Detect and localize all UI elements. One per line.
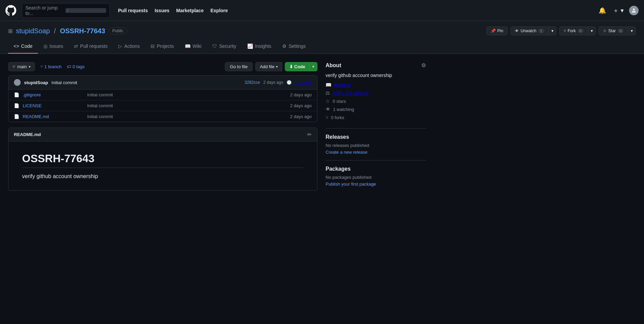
search-input[interactable]: Search or jump to... /	[22, 3, 110, 18]
avatar[interactable]	[629, 6, 639, 15]
history-icon: 🕐	[287, 80, 292, 85]
about-header: About ⚙	[326, 62, 426, 69]
file-icon: 📄	[14, 92, 19, 97]
branch-count-icon: ⑂	[40, 64, 43, 69]
file-icon: 📄	[14, 103, 19, 108]
topbar: Search or jump to... / Pull requests Iss…	[0, 0, 644, 21]
pin-icon: 📌	[491, 28, 496, 33]
commit-meta: 3292cce 2 days ago 🕐 1 commit	[245, 80, 312, 85]
topbar-right: 🔔 ＋ ▾	[597, 5, 639, 16]
branch-icon: ⑂	[13, 64, 15, 69]
tab-security[interactable]: 🛡 Security	[207, 39, 242, 54]
create-new-icon[interactable]: ＋ ▾	[611, 5, 625, 16]
readme-body: OSSRH-77643 verify github account owners…	[8, 141, 317, 190]
tab-projects[interactable]: ⊟ Projects	[145, 39, 179, 54]
tab-insights[interactable]: 📈 Insights	[242, 39, 277, 54]
sidebar: About ⚙ verify github account ownership …	[326, 62, 426, 191]
go-to-file-button[interactable]: Go to file	[225, 62, 253, 71]
eye-icon: 👁	[515, 28, 519, 33]
divider-2	[326, 160, 426, 160]
nav-marketplace[interactable]: Marketplace	[176, 8, 204, 13]
stars-meta-item: ☆ 0 stars	[326, 98, 426, 104]
book-icon: 📖	[326, 82, 331, 88]
repo-icon: ⊞	[8, 28, 13, 34]
chevron-down-icon: ▾	[29, 65, 31, 69]
forks-icon: ⑂	[326, 115, 328, 120]
license-link[interactable]: AGPL-3.0 License	[333, 91, 369, 96]
about-meta: 📖 Readme ⚖ AGPL-3.0 License ☆ 0 stars 👁 …	[326, 82, 426, 120]
pin-button[interactable]: 📌 Pin	[486, 26, 508, 35]
insights-icon: 📈	[247, 43, 253, 49]
add-file-chevron-icon: ▾	[276, 65, 278, 69]
topbar-nav: Pull requests Issues Marketplace Explore	[118, 8, 228, 13]
watching-meta-item: 👁 1 watching	[326, 107, 426, 112]
file-name-link[interactable]: .gitignore	[23, 92, 84, 97]
divider	[326, 128, 426, 129]
tag-icon: 🏷	[67, 64, 71, 69]
code-download-icon: ⬇	[289, 64, 293, 69]
branch-selector[interactable]: ⑂ main ▾	[8, 62, 35, 71]
add-file-button[interactable]: Add file ▾	[255, 62, 282, 71]
tab-actions[interactable]: ▷ Actions	[113, 39, 145, 54]
security-icon: 🛡	[212, 43, 217, 49]
readme-meta-item: 📖 Readme	[326, 82, 426, 88]
unwatch-dropdown[interactable]: ▾	[549, 26, 557, 35]
commit-count-link[interactable]: 1 commit	[295, 80, 312, 85]
table-row: 📄 LICENSE Initial commit 2 days ago	[8, 100, 317, 111]
balance-icon: ⚖	[326, 90, 330, 96]
github-logo-icon[interactable]	[5, 5, 16, 16]
nav-issues[interactable]: Issues	[155, 8, 170, 13]
file-icon: 📄	[14, 114, 19, 119]
packages-box: Packages No packages published Publish y…	[326, 166, 426, 187]
tab-settings[interactable]: ⚙ Settings	[277, 39, 311, 54]
repo-owner-link[interactable]: stupidSoap	[16, 27, 50, 35]
about-title: About	[326, 62, 341, 69]
code-dropdown[interactable]: ▾	[310, 62, 317, 71]
readme-link[interactable]: Readme	[334, 82, 351, 88]
readme-header: README.md ✏	[8, 128, 317, 141]
fork-dropdown[interactable]: ▾	[588, 26, 596, 35]
readme-edit-button[interactable]: ✏	[307, 131, 312, 138]
tab-wiki[interactable]: 📖 Wiki	[179, 39, 207, 54]
unwatch-button-group: 👁 Unwatch 1 ▾	[510, 26, 557, 35]
publish-package-link[interactable]: Publish your first package	[326, 182, 376, 187]
file-name-link[interactable]: README.md	[23, 114, 84, 119]
unwatch-button[interactable]: 👁 Unwatch 1	[510, 26, 549, 35]
code-icon: <>	[14, 43, 19, 49]
notifications-icon[interactable]: 🔔	[597, 5, 607, 16]
releases-title: Releases	[326, 134, 426, 140]
file-name-link[interactable]: LICENSE	[23, 103, 84, 108]
code-button[interactable]: ⬇ Code	[285, 62, 310, 71]
about-settings-button[interactable]: ⚙	[421, 62, 426, 69]
create-new-release-link[interactable]: Create a new release	[326, 150, 368, 155]
readme-box: README.md ✏ OSSRH-77643 verify github ac…	[8, 128, 317, 191]
tab-code[interactable]: <> Code	[8, 39, 38, 54]
repo-tabs: <> Code ◎ Issues ⇄ Pull requests ▷ Actio…	[8, 39, 636, 54]
no-releases-text: No releases published	[326, 143, 426, 148]
tab-issues[interactable]: ◎ Issues	[38, 39, 69, 54]
tags-link[interactable]: 🏷 0 tags	[67, 64, 84, 69]
packages-title: Packages	[326, 166, 426, 172]
star-dropdown[interactable]: ▾	[628, 26, 636, 35]
fork-button[interactable]: ⑂ Fork 0	[559, 26, 588, 35]
repo-name-link[interactable]: OSSRH-77643	[60, 27, 105, 35]
tab-pull-requests[interactable]: ⇄ Pull requests	[69, 39, 113, 54]
branch-bar: ⑂ main ▾ ⑂ 1 branch 🏷 0 tags Go to file	[8, 62, 317, 71]
about-description: verify github account ownership	[326, 73, 426, 78]
branches-link[interactable]: ⑂ 1 branch	[40, 64, 61, 69]
nav-explore[interactable]: Explore	[210, 8, 228, 13]
repo-actions: 📌 Pin 👁 Unwatch 1 ▾ ⑂ Fork 0 ▾	[486, 26, 636, 35]
star-icon: ☆	[603, 28, 607, 33]
readme-heading: OSSRH-77643	[22, 152, 304, 168]
commit-hash-link[interactable]: 3292cce	[245, 80, 260, 85]
star-button[interactable]: ☆ Star 0	[599, 26, 628, 35]
projects-icon: ⊟	[151, 43, 155, 49]
about-box: About ⚙ verify github account ownership …	[326, 62, 426, 120]
repo-header: ⊞ stupidSoap / OSSRH-77643 Public 📌 Pin …	[0, 21, 644, 54]
branch-actions: Go to file Add file ▾ ⬇ Code ▾	[225, 62, 317, 71]
repo-visibility-badge: Public	[109, 27, 127, 34]
main-content: ⑂ main ▾ ⑂ 1 branch 🏷 0 tags Go to file	[0, 54, 434, 199]
nav-pull-requests[interactable]: Pull requests	[118, 8, 148, 13]
table-row: 📄 README.md Initial commit 2 days ago	[8, 111, 317, 122]
pr-icon: ⇄	[74, 43, 78, 49]
